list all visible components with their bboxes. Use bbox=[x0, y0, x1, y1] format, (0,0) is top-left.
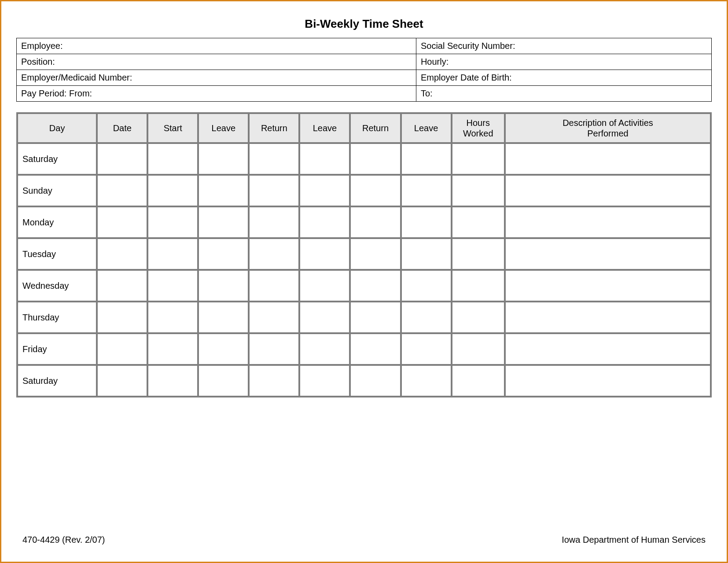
cell-return-2 bbox=[350, 302, 401, 333]
col-day: Day bbox=[17, 113, 97, 143]
cell-hours bbox=[452, 302, 505, 333]
cell-start bbox=[147, 206, 198, 238]
cell-hours bbox=[452, 206, 505, 238]
cell-start bbox=[147, 143, 198, 175]
cell-description bbox=[505, 238, 711, 270]
cell-return-2 bbox=[350, 175, 401, 206]
cell-leave-1 bbox=[198, 302, 249, 333]
cell-leave-2 bbox=[299, 206, 350, 238]
cell-day: Saturday bbox=[17, 143, 97, 175]
cell-leave-1 bbox=[198, 333, 249, 365]
cell-return-2 bbox=[350, 333, 401, 365]
cell-leave-1 bbox=[198, 238, 249, 270]
col-description: Description of Activities Performed bbox=[505, 113, 711, 143]
agency: Iowa Department of Human Services bbox=[562, 535, 706, 545]
cell-start bbox=[147, 333, 198, 365]
cell-leave-1 bbox=[198, 143, 249, 175]
col-leave-2: Leave bbox=[299, 113, 350, 143]
cell-day: Saturday bbox=[17, 365, 97, 397]
form-id: 470-4429 (Rev. 2/07) bbox=[22, 535, 105, 545]
cell-leave-2 bbox=[299, 143, 350, 175]
pay-period-to-label: To: bbox=[416, 86, 711, 102]
cell-date bbox=[97, 302, 147, 333]
cell-leave-3 bbox=[401, 270, 452, 302]
cell-leave-3 bbox=[401, 365, 452, 397]
cell-description bbox=[505, 270, 711, 302]
employer-dob-label: Employer Date of Birth: bbox=[416, 70, 711, 86]
cell-hours bbox=[452, 365, 505, 397]
cell-leave-2 bbox=[299, 175, 350, 206]
pay-period-from-label: Pay Period: From: bbox=[17, 86, 416, 102]
employee-label: Employee: bbox=[17, 38, 416, 54]
cell-date bbox=[97, 238, 147, 270]
col-return-1: Return bbox=[249, 113, 299, 143]
cell-return-1 bbox=[249, 333, 299, 365]
cell-return-1 bbox=[249, 270, 299, 302]
position-label: Position: bbox=[17, 54, 416, 70]
cell-hours bbox=[452, 175, 505, 206]
table-row: Saturday bbox=[17, 143, 711, 175]
cell-return-1 bbox=[249, 302, 299, 333]
col-leave-3: Leave bbox=[401, 113, 452, 143]
cell-hours bbox=[452, 270, 505, 302]
cell-return-2 bbox=[350, 270, 401, 302]
col-leave-1: Leave bbox=[198, 113, 249, 143]
cell-leave-1 bbox=[198, 365, 249, 397]
cell-day: Thursday bbox=[17, 302, 97, 333]
cell-leave-2 bbox=[299, 365, 350, 397]
cell-leave-3 bbox=[401, 206, 452, 238]
cell-date bbox=[97, 206, 147, 238]
footer: 470-4429 (Rev. 2/07) Iowa Department of … bbox=[22, 535, 706, 545]
header-row: Day Date Start Leave Return Leave Return… bbox=[17, 113, 711, 143]
cell-return-1 bbox=[249, 238, 299, 270]
cell-hours bbox=[452, 238, 505, 270]
cell-start bbox=[147, 175, 198, 206]
timesheet-table: Day Date Start Leave Return Leave Return… bbox=[16, 112, 712, 397]
cell-start bbox=[147, 238, 198, 270]
cell-day: Sunday bbox=[17, 175, 97, 206]
table-row: Sunday bbox=[17, 175, 711, 206]
table-row: Friday bbox=[17, 333, 711, 365]
cell-day: Tuesday bbox=[17, 238, 97, 270]
cell-return-1 bbox=[249, 365, 299, 397]
cell-leave-1 bbox=[198, 206, 249, 238]
table-row: Tuesday bbox=[17, 238, 711, 270]
table-row: Thursday bbox=[17, 302, 711, 333]
cell-hours bbox=[452, 333, 505, 365]
cell-leave-2 bbox=[299, 302, 350, 333]
cell-leave-1 bbox=[198, 175, 249, 206]
cell-return-2 bbox=[350, 365, 401, 397]
cell-day: Monday bbox=[17, 206, 97, 238]
table-row: Monday bbox=[17, 206, 711, 238]
document-frame: Bi-Weekly Time Sheet Employee: Social Se… bbox=[0, 0, 728, 563]
employer-medicaid-label: Employer/Medicaid Number: bbox=[17, 70, 416, 86]
cell-description bbox=[505, 365, 711, 397]
cell-date bbox=[97, 175, 147, 206]
cell-start bbox=[147, 302, 198, 333]
cell-return-1 bbox=[249, 206, 299, 238]
cell-return-2 bbox=[350, 143, 401, 175]
cell-start bbox=[147, 365, 198, 397]
cell-return-2 bbox=[350, 238, 401, 270]
cell-date bbox=[97, 270, 147, 302]
col-date: Date bbox=[97, 113, 147, 143]
cell-date bbox=[97, 143, 147, 175]
cell-leave-2 bbox=[299, 333, 350, 365]
cell-return-1 bbox=[249, 175, 299, 206]
col-return-2: Return bbox=[350, 113, 401, 143]
table-row: Saturday bbox=[17, 365, 711, 397]
document-title: Bi-Weekly Time Sheet bbox=[16, 17, 712, 31]
cell-return-1 bbox=[249, 143, 299, 175]
cell-description bbox=[505, 175, 711, 206]
table-row: Wednesday bbox=[17, 270, 711, 302]
cell-leave-3 bbox=[401, 333, 452, 365]
info-table: Employee: Social Security Number: Positi… bbox=[16, 38, 712, 102]
cell-start bbox=[147, 270, 198, 302]
cell-return-2 bbox=[350, 206, 401, 238]
cell-hours bbox=[452, 143, 505, 175]
cell-description bbox=[505, 143, 711, 175]
cell-day: Wednesday bbox=[17, 270, 97, 302]
cell-leave-2 bbox=[299, 270, 350, 302]
cell-leave-1 bbox=[198, 270, 249, 302]
cell-description bbox=[505, 206, 711, 238]
